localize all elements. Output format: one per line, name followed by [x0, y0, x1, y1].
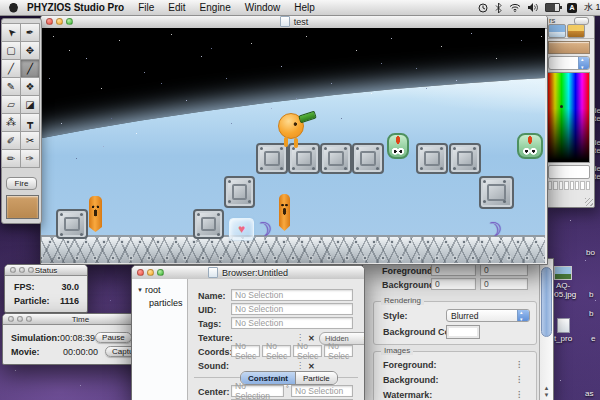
metal-block[interactable] [449, 143, 481, 174]
battery-icon[interactable] [545, 3, 560, 12]
stepper-icon[interactable]: ⋮ [515, 361, 523, 369]
zoom-button[interactable] [157, 269, 164, 276]
app-menu-title[interactable]: PHYZIOS Studio Pro [27, 2, 124, 13]
stepper-icon[interactable]: ⋮ [515, 391, 523, 399]
close-button[interactable] [8, 316, 14, 322]
menu-engine[interactable]: Engine [200, 2, 231, 13]
foreground-field-2[interactable]: 0 [480, 264, 528, 276]
apple-menu-icon[interactable] [9, 3, 18, 13]
swatch-cell[interactable] [570, 181, 574, 190]
menu-help[interactable]: Help [294, 2, 315, 13]
swatch-size-dropdown[interactable] [548, 165, 590, 179]
swatch-cell[interactable] [553, 181, 557, 190]
name-field[interactable]: No Selection [231, 289, 353, 301]
swatch-cell[interactable] [575, 181, 579, 190]
swatch-cell[interactable] [564, 181, 568, 190]
move-tool[interactable]: ✥ [20, 41, 40, 60]
stamp-tool[interactable]: ❖ [20, 77, 40, 96]
close-button[interactable] [46, 18, 53, 25]
uid-field[interactable]: No Selection [231, 303, 353, 315]
metal-block[interactable] [193, 209, 224, 239]
scrollbar-arrows[interactable]: ▲▼ [541, 385, 552, 399]
menu-file[interactable]: File [138, 2, 154, 13]
properties-scrollbar[interactable]: ▲▼ [539, 259, 553, 400]
color-spectrum[interactable] [547, 72, 590, 163]
segment-particle[interactable]: Particle [296, 372, 337, 384]
tags-field[interactable]: No Selection [231, 317, 353, 329]
zoom-button[interactable] [26, 316, 32, 322]
metal-block[interactable] [416, 143, 448, 174]
stepper-icon[interactable]: ⋮ [515, 376, 523, 384]
swatch-cell[interactable] [586, 181, 590, 190]
pencil-character[interactable] [279, 194, 290, 231]
hero-character[interactable] [278, 113, 304, 139]
zoom-button[interactable] [66, 18, 73, 25]
close-button[interactable] [10, 267, 16, 273]
background-field-1[interactable]: 0 [431, 278, 476, 290]
swatch-cell[interactable] [580, 181, 584, 190]
minimize-button[interactable] [56, 18, 63, 25]
color-mode-palette-button[interactable] [567, 24, 585, 38]
scrollbar-thumb[interactable] [541, 267, 552, 337]
ice-block-heart[interactable]: ♥ [229, 218, 254, 240]
tree-item-root[interactable]: ▼ root [137, 285, 160, 295]
quill-tool[interactable]: ✑ [20, 149, 40, 168]
metal-block[interactable] [320, 143, 352, 174]
bluetooth-icon[interactable] [495, 3, 502, 13]
input-source-icon[interactable]: A [567, 3, 577, 13]
main-window-titlebar[interactable]: test [41, 15, 547, 29]
clock-icon[interactable] [478, 3, 488, 13]
pencil-soft-tool[interactable]: ✏ [1, 149, 21, 168]
metal-block[interactable] [479, 176, 514, 209]
stepper-icon[interactable]: ⋮ [296, 362, 304, 370]
resize-grip[interactable] [585, 198, 593, 206]
center-y-field[interactable]: No Selection [291, 385, 353, 397]
coords-field-2[interactable]: No Selec [293, 345, 322, 357]
eraser-tool[interactable]: ▱ [1, 95, 21, 114]
swatch-cell[interactable] [548, 181, 552, 190]
marker-tool[interactable]: ✐ [1, 131, 21, 150]
green-creature[interactable] [517, 133, 543, 159]
marquee-tool[interactable]: ▢ [1, 41, 21, 60]
color-mode-image-button[interactable] [548, 24, 566, 38]
swatch-cell[interactable] [559, 181, 563, 190]
fire-button[interactable]: Fire [6, 177, 37, 190]
volume-icon[interactable] [528, 3, 538, 12]
menu-window[interactable]: Window [245, 2, 281, 13]
close-button[interactable] [137, 269, 144, 276]
browser-titlebar[interactable]: Browser:Untitled [132, 266, 364, 280]
pencil-character[interactable] [89, 196, 102, 232]
menu-edit[interactable]: Edit [168, 2, 185, 13]
minimize-button[interactable] [147, 269, 154, 276]
scissors-tool[interactable]: ✂ [20, 131, 40, 150]
bucket-tool[interactable]: ◪ [20, 95, 40, 114]
minimize-button[interactable] [17, 316, 23, 322]
background-field-2[interactable]: 0 [480, 278, 528, 290]
disclosure-triangle-icon[interactable]: ▼ [137, 287, 143, 293]
cursor-tool[interactable]: ➤ [1, 23, 21, 42]
pause-button[interactable]: Pause [95, 332, 132, 343]
pencil-tool[interactable]: ✎ [1, 77, 21, 96]
pen-tool[interactable]: ✒ [20, 23, 40, 42]
line-tool[interactable]: ╱ [20, 59, 40, 78]
metal-floor[interactable] [41, 235, 545, 263]
metal-block[interactable] [56, 209, 88, 239]
metal-block[interactable] [288, 143, 320, 174]
tree-item-particles[interactable]: particles [149, 298, 183, 308]
green-creature[interactable] [387, 133, 409, 159]
line-thin-tool[interactable]: ╱ [1, 59, 21, 78]
metal-block[interactable] [256, 143, 288, 174]
background-color-well[interactable] [446, 325, 480, 339]
metal-block[interactable] [224, 176, 255, 208]
center-x-field[interactable]: No Selection [231, 385, 284, 397]
purple-creature[interactable] [484, 221, 500, 240]
palette-select-dropdown[interactable] [548, 56, 590, 70]
purple-creature[interactable] [254, 221, 274, 240]
clear-sound-icon[interactable]: ✕ [308, 362, 315, 371]
current-material-swatch[interactable] [6, 195, 39, 219]
scene-canvas[interactable]: ♥ [41, 28, 545, 263]
minimize-button[interactable] [19, 267, 25, 273]
metal-block[interactable] [352, 143, 384, 174]
status-titlebar[interactable]: Status [5, 265, 87, 276]
menu-clock-text[interactable]: 水 15 [584, 1, 600, 14]
